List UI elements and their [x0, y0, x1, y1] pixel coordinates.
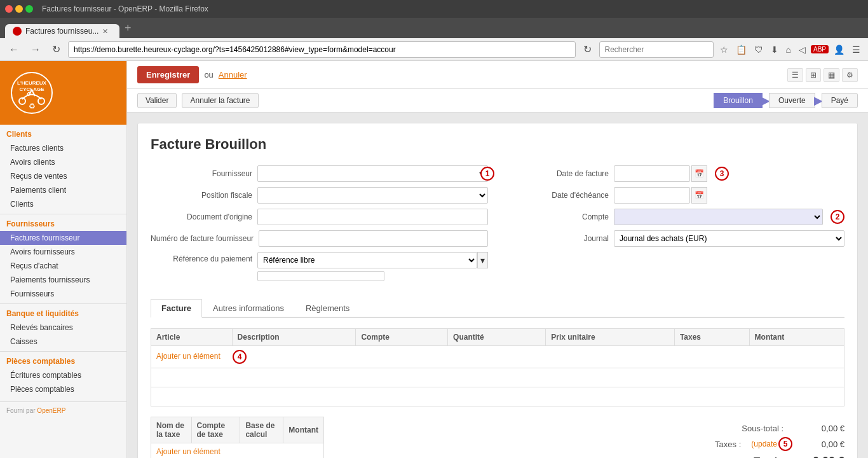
search-bar[interactable] [599, 41, 714, 58]
star-icon[interactable]: ☆ [717, 43, 731, 56]
url-bar[interactable] [68, 41, 576, 58]
date-facture-input[interactable] [614, 165, 690, 182]
status-brouillon[interactable]: Brouillon [714, 93, 763, 108]
reference-value-input[interactable] [257, 271, 384, 281]
reference-dropdown-btn[interactable]: ▾ [477, 252, 488, 268]
home-icon[interactable]: ⌂ [783, 43, 794, 56]
date-facture-cal-icon[interactable]: 📅 [691, 165, 707, 182]
tab-facture[interactable]: Facture [151, 299, 202, 318]
journal-select[interactable]: Journal des achats (EUR) [614, 230, 844, 247]
fournisseur-select[interactable] [257, 165, 488, 182]
opera-icon [13, 27, 22, 36]
status-paye[interactable]: Payé [822, 93, 858, 108]
annotation-3: 3 [715, 167, 729, 181]
svg-text:L'HEUREUX: L'HEUREUX [17, 80, 47, 86]
sidebar-item-recus-ventes[interactable]: Reçus de ventes [0, 169, 126, 183]
sidebar-item-caisses[interactable]: Caisses [0, 335, 126, 349]
sidebar-item-fournisseurs[interactable]: Fournisseurs [0, 287, 126, 301]
taxes-value-container: (update 5 0,00 € [751, 437, 844, 451]
invoice-table-section: Article Description Compte Quantité Prix… [151, 328, 844, 406]
total-value: 0,00 € [794, 455, 844, 458]
abp-icon[interactable]: ABP [811, 45, 829, 53]
tab-reglements[interactable]: Règlements [295, 299, 360, 317]
back-btn[interactable]: ← [5, 43, 23, 57]
sidebar-item-factures-fournisseur[interactable]: Factures fournisseur [0, 231, 126, 245]
add-element-link[interactable]: Ajouter un élément 4 [151, 346, 844, 368]
totals-section: Sous-total : 0,00 € Taxes : (update 5 0,… [667, 422, 844, 458]
col-article: Article [151, 329, 233, 346]
svg-text:♻: ♻ [29, 102, 36, 111]
window-min-btn[interactable] [15, 5, 23, 13]
numero-facture-input[interactable] [259, 230, 488, 247]
document-origine-input[interactable] [257, 209, 488, 225]
annuler-button[interactable]: Annuler [219, 70, 247, 80]
window-max-btn[interactable] [25, 5, 33, 13]
reload-btn[interactable]: ↻ [580, 42, 595, 57]
new-tab-btn[interactable]: + [119, 18, 137, 38]
download-icon[interactable]: ⬇ [768, 43, 781, 56]
sidebar-item-recus-achat[interactable]: Reçus d'achat [0, 259, 126, 273]
enregistrer-button[interactable]: Enregistrer [137, 66, 199, 83]
content-header: Enregistrer ou Annuler ☰ ⊞ ▦ ⚙ [127, 61, 868, 89]
valider-button[interactable]: Valider [137, 93, 177, 108]
col-montant-taxe: Montant [283, 417, 324, 443]
bookmark-icon[interactable]: 📋 [733, 43, 749, 56]
col-taxes: Taxes [674, 329, 749, 346]
window-close-btn[interactable] [5, 5, 13, 13]
tab-close-btn[interactable]: ✕ [102, 27, 108, 36]
empty-row-1 [151, 368, 844, 387]
list-view-icon[interactable]: ☰ [787, 68, 803, 82]
fournisseur-label: Fournisseur [151, 169, 252, 178]
menu-icon[interactable]: ☰ [850, 43, 863, 56]
sidebar-item-releves-bancaires[interactable]: Relevés bancaires [0, 321, 126, 335]
col-montant: Montant [749, 329, 844, 346]
shield-icon[interactable]: 🛡 [752, 43, 766, 56]
sidebar-item-paiements-client[interactable]: Paiements client [0, 183, 126, 197]
sidebar-item-pieces-comptables[interactable]: Pièces comptables [0, 382, 126, 396]
reference-type-select[interactable]: Référence libre [257, 252, 477, 268]
journal-row: Journal Journal des achats (EUR) [507, 230, 844, 247]
sous-total-value: 0,00 € [794, 424, 844, 433]
openERP-link[interactable]: OpenERP [37, 407, 65, 414]
form-view-icon[interactable]: ▦ [824, 68, 839, 82]
tax-add-element-row: Ajouter un élément [151, 443, 324, 459]
sidebar-item-ecritures-comptables[interactable]: Écritures comptables [0, 368, 126, 382]
tax-add-element-link[interactable]: Ajouter un élément [151, 443, 323, 458]
invoice-table: Article Description Compte Quantité Prix… [151, 328, 844, 406]
forward-btn[interactable]: → [27, 43, 44, 57]
refresh-btn[interactable]: ↻ [48, 42, 64, 57]
sidebar-item-avoirs-clients[interactable]: Avoirs clients [0, 155, 126, 169]
sidebar-item-paiements-fournisseurs[interactable]: Paiements fournisseurs [0, 273, 126, 287]
status-ouverte[interactable]: Ouverte [769, 93, 815, 108]
col-description: Description [232, 329, 356, 346]
sidebar-item-factures-clients[interactable]: Factures clients [0, 141, 126, 155]
add-element-row: Ajouter un élément 4 [151, 346, 844, 368]
col-prix-unitaire: Prix unitaire [546, 329, 675, 346]
sidebar-item-clients[interactable]: Clients [0, 197, 126, 211]
annotation-2: 2 [831, 210, 844, 224]
sidebar-pieces-header: Pièces comptables [0, 351, 126, 368]
update-link[interactable]: (update [751, 440, 777, 448]
settings-view-icon[interactable]: ⚙ [842, 68, 858, 82]
position-fiscale-label: Position fiscale [151, 191, 252, 200]
position-fiscale-select[interactable] [257, 187, 488, 204]
kanban-view-icon[interactable]: ⊞ [806, 68, 821, 82]
date-echeance-cal-icon[interactable]: 📅 [691, 187, 707, 204]
compte-select[interactable] [614, 209, 823, 225]
view-icons: ☰ ⊞ ▦ ⚙ [787, 68, 858, 82]
compte-label: Compte [507, 212, 609, 221]
user-icon[interactable]: 👤 [831, 43, 847, 56]
taxes-row: Taxes : (update 5 0,00 € [667, 435, 844, 453]
col-compte: Compte [356, 329, 448, 346]
nav-icon[interactable]: ◁ [796, 43, 808, 56]
content-actions: Enregistrer ou Annuler [137, 66, 247, 83]
browser-tab[interactable]: Factures fournisseu... ✕ [5, 24, 119, 38]
tab-autres-informations[interactable]: Autres informations [202, 299, 295, 317]
sous-total-row: Sous-total : 0,00 € [667, 422, 844, 435]
status-tabs: Brouillon ▶ Ouverte ▶ Payé [714, 93, 858, 108]
annuler-facture-button[interactable]: Annuler la facture [182, 93, 258, 108]
date-echeance-input[interactable] [614, 187, 690, 204]
toolbar-left: Valider Annuler la facture [137, 93, 259, 108]
total-label: Total : [754, 456, 783, 459]
sidebar-item-avoirs-fournisseurs[interactable]: Avoirs fournisseurs [0, 245, 126, 259]
